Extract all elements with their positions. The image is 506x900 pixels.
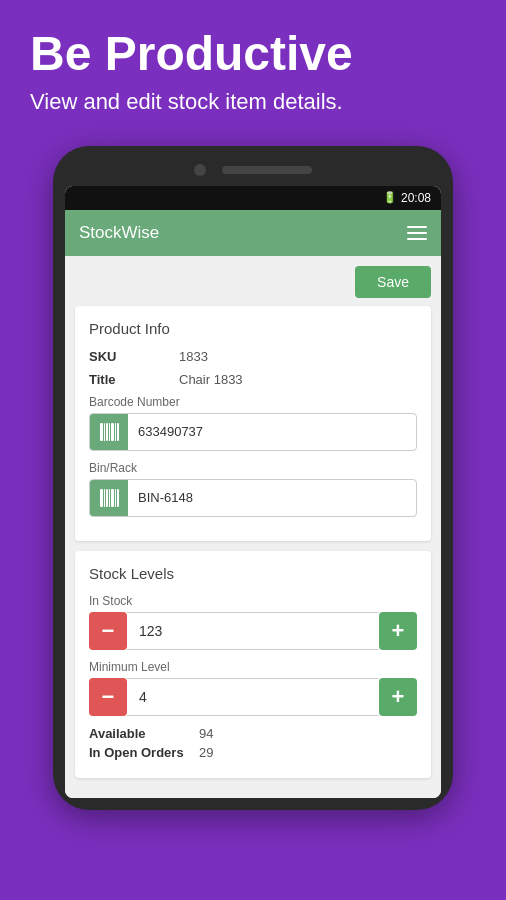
barcode-line — [109, 489, 110, 507]
barcode-line — [111, 423, 114, 441]
status-time: 20:08 — [401, 191, 431, 205]
barcode-line — [104, 489, 105, 507]
barcode-line — [100, 489, 103, 507]
barcode-line — [115, 423, 116, 441]
open-orders-value: 29 — [199, 745, 213, 760]
barcode-line — [109, 423, 110, 441]
app-title: StockWise — [79, 223, 159, 243]
save-row: Save — [75, 266, 431, 298]
barcode-line — [111, 489, 114, 507]
min-level-field-group: Minimum Level − 4 + — [89, 660, 417, 716]
hero-title: Be Productive — [30, 28, 476, 81]
barcode-line — [106, 489, 108, 507]
barcode-line — [117, 423, 119, 441]
title-row: Title Chair 1833 — [89, 372, 417, 387]
min-level-value[interactable]: 4 — [127, 678, 379, 716]
product-info-card: Product Info SKU 1833 Title Chair 1833 B… — [75, 306, 431, 541]
in-stock-field-group: In Stock − 123 + — [89, 594, 417, 650]
barcode-line — [115, 489, 116, 507]
bin-input-row[interactable]: BIN-6148 — [89, 479, 417, 517]
barcode-label: Barcode Number — [89, 395, 417, 409]
phone-top-bar — [65, 158, 441, 186]
save-button[interactable]: Save — [355, 266, 431, 298]
hamburger-line — [407, 226, 427, 228]
phone-speaker — [222, 166, 312, 174]
stock-levels-title: Stock Levels — [89, 565, 417, 582]
open-orders-label: In Open Orders — [89, 745, 199, 760]
barcode-line — [117, 489, 119, 507]
available-value: 94 — [199, 726, 213, 741]
screen-content: Save Product Info SKU 1833 Title Chair 1… — [65, 256, 441, 798]
hero-subtitle: View and edit stock item details. — [30, 87, 476, 118]
bin-label: Bin/Rack — [89, 461, 417, 475]
in-stock-plus-button[interactable]: + — [379, 612, 417, 650]
in-stock-value[interactable]: 123 — [127, 612, 379, 650]
product-info-title: Product Info — [89, 320, 417, 337]
in-stock-minus-button[interactable]: − — [89, 612, 127, 650]
phone-camera — [194, 164, 206, 176]
min-level-label: Minimum Level — [89, 660, 417, 674]
hamburger-menu-icon[interactable] — [407, 226, 427, 240]
sku-row: SKU 1833 — [89, 349, 417, 364]
phone-mockup: 🔋 20:08 StockWise Save Product Info SKU — [53, 146, 453, 810]
sku-label: SKU — [89, 349, 179, 364]
app-bar: StockWise — [65, 210, 441, 256]
bin-barcode-icon — [90, 480, 128, 516]
sku-value: 1833 — [179, 349, 208, 364]
title-label: Title — [89, 372, 179, 387]
barcode-line — [100, 423, 103, 441]
barcode-value: 633490737 — [128, 424, 416, 439]
barcode-visual — [98, 421, 121, 443]
barcode-line — [104, 423, 105, 441]
hamburger-line — [407, 232, 427, 234]
hero-section: Be Productive View and edit stock item d… — [0, 0, 506, 138]
bin-value: BIN-6148 — [128, 490, 416, 505]
available-row: Available 94 — [89, 726, 417, 741]
barcode-icon — [90, 414, 128, 450]
hamburger-line — [407, 238, 427, 240]
min-level-input-row: − 4 + — [89, 678, 417, 716]
barcode-visual — [98, 487, 121, 509]
bin-field-group: Bin/Rack — [89, 461, 417, 517]
min-level-minus-button[interactable]: − — [89, 678, 127, 716]
in-stock-input-row: − 123 + — [89, 612, 417, 650]
barcode-input-row[interactable]: 633490737 — [89, 413, 417, 451]
stock-levels-card: Stock Levels In Stock − 123 + Minimum Le… — [75, 551, 431, 778]
in-stock-label: In Stock — [89, 594, 417, 608]
status-bar: 🔋 20:08 — [65, 186, 441, 210]
title-value: Chair 1833 — [179, 372, 243, 387]
phone-screen: 🔋 20:08 StockWise Save Product Info SKU — [65, 186, 441, 798]
available-label: Available — [89, 726, 199, 741]
min-level-plus-button[interactable]: + — [379, 678, 417, 716]
barcode-field-group: Barcode Number — [89, 395, 417, 451]
battery-icon: 🔋 — [383, 191, 397, 204]
barcode-line — [106, 423, 108, 441]
open-orders-row: In Open Orders 29 — [89, 745, 417, 760]
